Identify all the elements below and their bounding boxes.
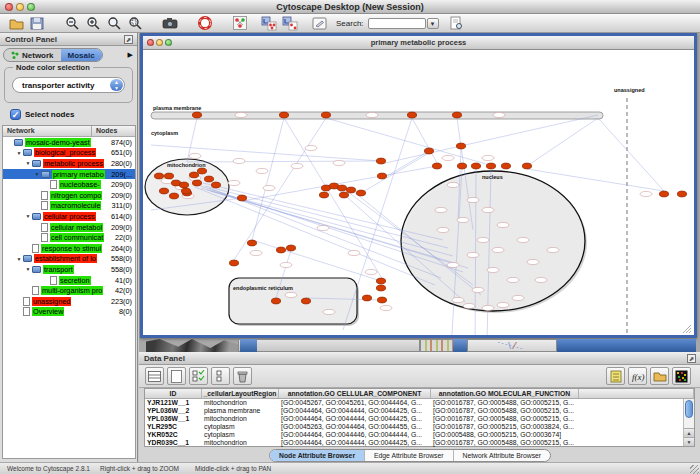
tree-row[interactable]: unassigned223(0) <box>3 296 135 307</box>
table-cell[interactable]: [GO:0045263, GO:0044464, GO:0044455, G..… <box>279 423 431 431</box>
network-view-window[interactable]: primary metabolic process plasma membran… <box>140 33 697 338</box>
network-node[interactable] <box>377 173 386 179</box>
network-edge[interactable] <box>361 153 429 193</box>
table-cell[interactable]: YJR121W__1 <box>145 399 202 407</box>
expander-icon[interactable]: ▼ <box>15 150 23 156</box>
scroll-down-icon[interactable]: ▼ <box>684 437 694 446</box>
network-node[interactable] <box>376 285 385 291</box>
network-edge[interactable] <box>195 187 435 285</box>
canvas-resize-grip[interactable] <box>689 331 691 333</box>
network-node[interactable] <box>164 173 173 179</box>
table-scrollbar[interactable]: ▲ ▼ <box>683 399 694 446</box>
table-cell[interactable]: [GO:0044464, GO:0044446, GO:0044444, G..… <box>279 431 431 439</box>
tab-network-attribute-browser[interactable]: Network Attribute Browser <box>454 450 551 461</box>
tree-row[interactable]: ▼cellular process614(0) <box>3 211 135 222</box>
network-node[interactable] <box>321 112 330 118</box>
tab-mosaic[interactable]: Mosaic <box>61 49 102 61</box>
tree-row[interactable]: macromolecule311(0) <box>3 201 135 212</box>
search-input[interactable] <box>368 18 426 29</box>
search-options-icon[interactable] <box>447 15 467 31</box>
network-node[interactable] <box>192 180 201 186</box>
table-cell[interactable] <box>579 415 694 423</box>
tab-network[interactable]: Network <box>4 49 61 61</box>
background-window-titlebar-fragment[interactable] <box>453 339 467 352</box>
table-cell[interactable] <box>579 431 694 439</box>
network-node[interactable] <box>337 185 346 191</box>
tree-row[interactable]: mosaic-demo-yeast874(0) <box>3 137 135 148</box>
import-attribute-file-icon[interactable] <box>650 367 669 385</box>
table-cell[interactable]: [GO:0005488, GO:0005215, GO:0003674] <box>431 431 579 439</box>
column-header[interactable]: annotation.GO MOLECULAR_FUNCTION <box>431 389 579 398</box>
table-cell[interactable]: cytoplasm <box>202 431 279 439</box>
network-node[interactable] <box>169 193 178 199</box>
tree-row[interactable]: ▼primary metabo209(... <box>3 169 135 180</box>
zoom-selected-icon[interactable] <box>125 15 145 31</box>
network-node[interactable] <box>457 163 466 169</box>
network-edge[interactable] <box>598 118 664 191</box>
network-node[interactable] <box>279 112 288 118</box>
table-row[interactable]: YPL036W__2plasma membrane[GO:0044464, GO… <box>145 407 694 415</box>
network-canvas[interactable]: plasma membranecytoplasmmitochondrionnuc… <box>143 50 694 335</box>
network-node[interactable] <box>362 295 371 301</box>
network-edge[interactable] <box>527 118 598 166</box>
new-attribute-icon[interactable] <box>167 367 186 385</box>
zoom-fit-icon[interactable] <box>104 15 124 31</box>
tree-row[interactable]: cellular metabol209(0) <box>3 222 135 233</box>
table-cell[interactable]: mitochondrion <box>202 415 279 423</box>
table-row[interactable]: YDR039C__1mitochondrion[GO:0044464, GO:0… <box>145 439 694 447</box>
background-window-logo-fragment[interactable] <box>146 339 238 352</box>
table-cell[interactable]: cytoplasm <box>202 423 279 431</box>
help-icon[interactable] <box>195 15 215 31</box>
table-cell[interactable]: [GO:0044464, GO:0044444, GO:0044425, G..… <box>279 407 431 415</box>
network-node[interactable] <box>377 297 386 303</box>
tree-row[interactable]: Overview8(0) <box>3 307 135 318</box>
network-node[interactable] <box>204 176 213 182</box>
table-row[interactable]: YJR121W__1mitochondrion[GO:0045267, GO:0… <box>145 399 694 407</box>
table-row[interactable]: YLR295Ccytoplasm[GO:0045263, GO:0044464,… <box>145 423 694 431</box>
select-attributes-icon[interactable] <box>189 367 208 385</box>
resize-grip[interactable] <box>690 465 699 474</box>
float-panel-icon[interactable]: ⬈ <box>124 35 133 44</box>
tree-row[interactable]: ▼biological_process651(0) <box>3 148 135 159</box>
network-node[interactable] <box>237 195 246 201</box>
table-cell[interactable]: [GO:0044464, GO:0044444, GO:0044425, G..… <box>279 439 431 447</box>
network-edge[interactable] <box>284 118 383 280</box>
network-node[interactable] <box>159 188 168 194</box>
network-node[interactable] <box>189 172 198 178</box>
annotation-icon[interactable] <box>309 15 329 31</box>
network-edge[interactable] <box>203 183 443 240</box>
network-node[interactable] <box>424 148 433 154</box>
scroll-up-icon[interactable]: ▲ <box>684 428 694 437</box>
unselect-attributes-icon[interactable] <box>211 367 230 385</box>
tree-row[interactable]: nitrogen compo209(0) <box>3 190 135 201</box>
network-node[interactable] <box>376 158 385 164</box>
network-node[interactable] <box>211 182 220 188</box>
network-node[interactable] <box>154 173 163 179</box>
table-cell[interactable]: [GO:0044464, GO:0044444, GO:0044425, G..… <box>279 415 431 423</box>
network-node[interactable] <box>452 112 461 118</box>
network-node[interactable] <box>229 260 238 266</box>
tree-column-network[interactable]: Network <box>3 126 92 136</box>
network-node[interactable] <box>179 182 188 188</box>
tree-row[interactable]: ▼establishment of lo558(0) <box>3 254 135 265</box>
tree-column-nodes[interactable]: Nodes <box>92 126 135 136</box>
network-node[interactable] <box>192 112 201 118</box>
table-cell[interactable]: mitochondrion <box>202 439 279 447</box>
table-cell[interactable]: [GO:0016787, GO:0005215, GO:0003824, G..… <box>431 423 579 431</box>
heatmap-icon[interactable] <box>672 367 691 385</box>
table-row[interactable]: YKR052Ccytoplasm[GO:0044464, GO:0044446,… <box>145 431 694 439</box>
network-node[interactable] <box>471 163 480 169</box>
tree-row[interactable]: secretion41(0) <box>3 275 135 286</box>
network-node[interactable] <box>181 188 190 194</box>
table-cell[interactable]: YPL036W__2 <box>145 407 202 415</box>
column-header[interactable]: ID <box>145 389 202 398</box>
open-file-icon[interactable] <box>6 15 26 31</box>
table-cell[interactable] <box>579 399 694 407</box>
table-cell[interactable]: YDR039C__1 <box>145 439 202 447</box>
table-cell[interactable] <box>579 439 694 447</box>
zoom-out-icon[interactable] <box>62 15 82 31</box>
zoom-in-icon[interactable] <box>83 15 103 31</box>
snapshot-icon[interactable] <box>160 15 180 31</box>
expander-icon[interactable]: ▼ <box>33 171 41 177</box>
select-nodes-checkbox[interactable]: ✓ <box>10 109 21 120</box>
